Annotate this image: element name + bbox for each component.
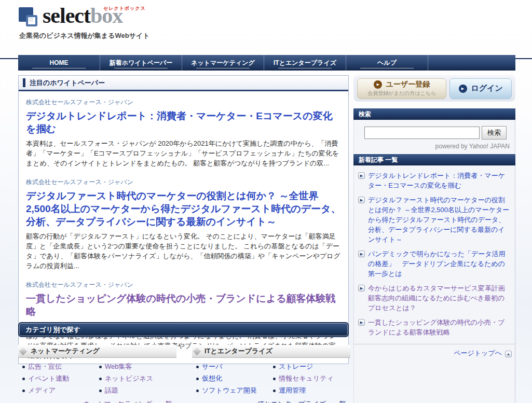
list-item: ▶ 一貫したショッピング体験の時代の小売・ブランドによる顧客体験戦略 (358, 317, 511, 337)
bullet-icon (196, 390, 199, 392)
category-link[interactable]: イベント連動 (28, 374, 69, 383)
new-articles-list: ▶ デジタルトレンドレポート：消費者・マーケター・Eコマースの変化を掴む ▶ デ… (353, 165, 515, 344)
register-arrow-icon: ▶ (374, 80, 382, 89)
pagetop-section: ページトップへ ▲ (353, 344, 515, 403)
category-columns: 広告・宣伝 イベント連動 メディア Web集客 ネットビジネス 話題 (18, 358, 176, 398)
category-link[interactable]: 情報セキュリティ (279, 374, 334, 383)
category-link[interactable]: サーバ (202, 362, 223, 371)
main-nav: HOME 新着ホワイトペーパー ネットマーケティング ITとエンタープライズ ヘ… (18, 55, 515, 71)
category-link[interactable]: 広告・宣伝 (28, 362, 62, 371)
login-button[interactable]: ▶ ログイン (449, 78, 512, 99)
category-link[interactable]: ストレージ (279, 362, 313, 371)
new-article-link[interactable]: 今からはじめるカスタマーサービス変革計画 顧客志向の組織になるために歩むべき最初… (368, 283, 511, 313)
brand-select: select (43, 4, 90, 27)
category-link[interactable]: 運用管理 (279, 386, 306, 395)
bullet-icon (99, 366, 102, 368)
search-button[interactable]: 検索 (482, 126, 507, 140)
featured-whitepapers-box: 注目のホワイトペーパー 株式会社セールスフォース・ジャパン デジタルトレンドレポ… (18, 75, 349, 364)
bullet-icon (196, 366, 199, 368)
category-more-link[interactable]: ITとエンタープライズ 一覧 (258, 400, 346, 403)
arrow-right-icon: ▶ (358, 251, 365, 257)
chevron-icon: » (77, 400, 81, 403)
new-article-link[interactable]: デジタルファースト時代のマーケターの役割とは何か？ ～全世界2,500名以上のマ… (368, 195, 511, 244)
article-title-link[interactable]: 一貫したショッピング体験の時代の小売・ブランドによる顧客体験戦略 (26, 292, 341, 318)
bullet-icon (99, 390, 102, 392)
nav-tab-help[interactable]: ヘルプ (346, 55, 428, 71)
category-item: イベント連動 (22, 374, 99, 383)
category-column: Web集客 ネットビジネス 話題 (99, 362, 176, 398)
selectbox-logo-icon (19, 7, 40, 29)
category-link[interactable]: 話題 (105, 386, 118, 395)
login-label: ログイン (471, 84, 503, 93)
category-title: ネットマーケティング (31, 346, 100, 356)
pagetop-link[interactable]: ページトップへ (454, 349, 502, 358)
category-it-enterprise: ITとエンタープライズ サーバ 仮想化 ソフトウェア開発 ストレージ 情報セキュ… (192, 345, 350, 403)
category-title: ITとエンタープライズ (204, 346, 272, 356)
bullet-icon (196, 378, 199, 380)
new-article-link[interactable]: パンデミックで明らかになった「データ活用の格差」 データドリブン企業になるための… (368, 249, 511, 279)
category-link[interactable]: ソフトウェア開発 (202, 386, 257, 395)
article-title-link[interactable]: デジタルトレンドレポート：消費者・マーケター・Eコマースの変化を掴む (26, 109, 341, 135)
bullet-icon (22, 366, 25, 368)
article-company-link[interactable]: 株式会社セールスフォース・ジャパン (26, 178, 133, 186)
bullet-icon (273, 366, 276, 368)
category-link[interactable]: Web集客 (105, 362, 132, 371)
category-more-link[interactable]: ネットマーケティング 一覧 (83, 400, 172, 403)
article-company-link[interactable]: 株式会社セールスフォース・ジャパン (26, 99, 133, 106)
category-item: 広告・宣伝 (22, 362, 99, 371)
category-link[interactable]: 仮想化 (202, 374, 222, 383)
category-column: ストレージ 情報セキュリティ 運用管理 (273, 362, 350, 398)
login-arrow-icon: ▶ (459, 85, 467, 93)
register-label: ユーザー登録 (386, 80, 430, 89)
site-tagline: 企業発のビジネス情報が集まるWebサイト (19, 31, 150, 40)
arrow-right-icon: ▶ (358, 285, 365, 291)
sidebar: ▶ ユーザー登録 会員登録がまだの方はこちら ▶ ログイン 検索 検索 powe… (353, 75, 515, 403)
nav-tab-it-enterprise[interactable]: ITとエンタープライズ (264, 55, 346, 71)
category-item: 話題 (99, 386, 176, 395)
bullet-icon (22, 378, 25, 380)
logo[interactable]: selectbox セレクトボックス (19, 6, 226, 31)
category-item: Web集客 (99, 362, 176, 371)
category-column: 広告・宣伝 イベント連動 メディア (22, 362, 99, 398)
nav-tab-net-marketing[interactable]: ネットマーケティング (182, 55, 264, 71)
category-link[interactable]: ネットビジネス (105, 374, 153, 383)
featured-box-title: 注目のホワイトペーパー (30, 78, 105, 88)
category-item: サーバ (196, 362, 273, 371)
diamond-icon (19, 347, 28, 355)
nav-tab-home[interactable]: HOME (18, 55, 100, 71)
spacer (353, 102, 515, 108)
article-title-link[interactable]: デジタルファースト時代のマーケターの役割とは何か？ ～全世界2,500名以上のマ… (26, 189, 341, 228)
article-excerpt: 顧客の行動が「デジタルファースト」になるという変化。 そのことにより、マーケター… (26, 231, 341, 271)
header-accent-bar (23, 78, 25, 87)
site-header: selectbox セレクトボックス 企業発のビジネス情報が集まるWebサイト (19, 6, 226, 31)
category-more: »ITとエンタープライズ 一覧 (192, 399, 350, 403)
article-item: 株式会社セールスフォース・ジャパン デジタルトレンドレポート：消費者・マーケター… (19, 91, 348, 171)
chevron-icon: » (252, 400, 256, 403)
bullet-icon (22, 390, 25, 392)
category-item: ネットビジネス (99, 374, 176, 383)
bullet-icon (99, 378, 102, 380)
nav-tab-new-whitepapers[interactable]: 新着ホワイトペーパー (100, 55, 182, 71)
auth-panel: ▶ ユーザー登録 会員登録がまだの方はこちら ▶ ログイン (353, 75, 515, 102)
diamond-icon (193, 347, 201, 355)
category-columns: サーバ 仮想化 ソフトウェア開発 ストレージ 情報セキュリティ 運用管理 (192, 358, 350, 398)
arrow-right-icon: ▶ (358, 319, 365, 326)
category-item: ストレージ (273, 362, 350, 371)
list-item: ▶ 今からはじめるカスタマーサービス変革計画 顧客志向の組織になるために歩むべき… (358, 283, 511, 313)
logo-square-outline (26, 15, 37, 26)
register-subtext: 会員登録がまだの方はこちら (367, 90, 436, 97)
pagetop-arrow-icon[interactable]: ▲ (505, 351, 512, 357)
article-excerpt: 本資料は、セールスフォース・ジャパンが 2020年から2021年にかけて実施した… (26, 138, 341, 168)
category-link[interactable]: メディア (28, 386, 56, 395)
search-section-body: 検索 powered by Yahoo! JAPAN (353, 120, 515, 153)
article-company-link[interactable]: 株式会社セールスフォース・ジャパン (26, 281, 133, 288)
bullet-icon (273, 378, 276, 380)
search-input[interactable] (364, 127, 480, 139)
list-item: ▶ デジタルファースト時代のマーケターの役割とは何か？ ～全世界2,500名以上… (358, 195, 511, 244)
new-articles-header: 新着記事 一覧 (353, 154, 515, 165)
new-article-link[interactable]: 一貫したショッピング体験の時代の小売・ブランドによる顧客体験戦略 (368, 317, 511, 337)
register-button[interactable]: ▶ ユーザー登録 会員登録がまだの方はこちら (357, 78, 446, 99)
new-article-link[interactable]: デジタルトレンドレポート：消費者・マーケター・Eコマースの変化を掴む (368, 171, 511, 190)
arrow-right-icon: ▶ (358, 197, 365, 203)
list-item: ▶ デジタルトレンドレポート：消費者・マーケター・Eコマースの変化を掴む (358, 171, 511, 190)
